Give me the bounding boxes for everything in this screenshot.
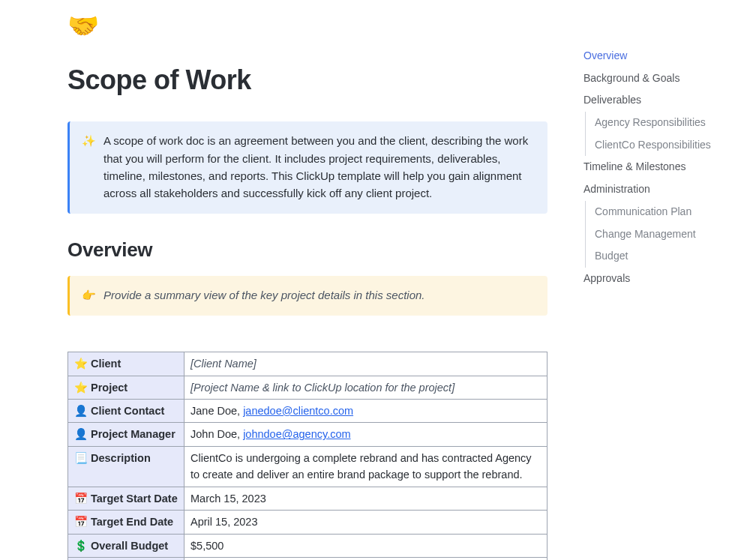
toc-item-deliverables[interactable]: Deliverables <box>584 89 741 112</box>
toc-subitem-agency-resp[interactable]: Agency Responsibilities <box>586 112 741 134</box>
description-value[interactable]: ClientCo is undergoing a complete rebran… <box>190 452 532 481</box>
row-label: Project <box>91 382 128 394</box>
table-row: ⭐Project [Project Name & link to ClickUp… <box>68 376 548 399</box>
page-icon-small: 📃 <box>74 452 88 464</box>
toc-item-overview[interactable]: Overview <box>584 45 741 67</box>
pm-email-link[interactable]: johndoe@agency.com <box>243 428 350 440</box>
toc-subitem-clientco-resp[interactable]: ClientCo Responsibilities <box>586 134 741 157</box>
toc-item-background[interactable]: Background & Goals <box>584 67 741 90</box>
star-icon: ⭐ <box>74 382 88 394</box>
overview-table: ⭐Client [Client Name] ⭐Project [Project … <box>68 352 548 560</box>
table-row: 💲Overall Budget $5,500 <box>68 534 548 557</box>
document-main: 🤝 Scope of Work ✨ A scope of work doc is… <box>68 6 548 560</box>
page-title: Scope of Work <box>68 59 548 101</box>
table-row: 👤Client Contact Jane Doe, janedoe@client… <box>68 399 548 422</box>
table-row: 👤Project Manager John Doe, johndoe@agenc… <box>68 423 548 446</box>
intro-callout-text: A scope of work doc is an agreement betw… <box>104 132 534 202</box>
table-row: 📅Target Start Date March 15, 2023 <box>68 487 548 510</box>
client-contact-name: Jane Doe, <box>190 405 243 417</box>
sparkle-icon: ✨ <box>82 132 96 202</box>
overview-helper-callout: 👉 Provide a summary view of the key proj… <box>68 276 548 316</box>
row-label: Target End Date <box>91 516 173 528</box>
calendar-icon: 📅 <box>74 493 88 505</box>
table-row: ⭐Client [Client Name] <box>68 352 548 376</box>
start-date-value[interactable]: March 15, 2023 <box>190 493 266 505</box>
client-value[interactable]: [Client Name] <box>190 358 256 370</box>
toc-item-administration[interactable]: Administration <box>584 178 741 201</box>
client-contact-email-link[interactable]: janedoe@clientco.com <box>243 405 353 417</box>
toc-subitem-change-mgmt[interactable]: Change Management <box>586 223 741 246</box>
toc-subitem-budget[interactable]: Budget <box>586 245 741 268</box>
table-of-contents: Overview Background & Goals Deliverables… <box>584 45 741 290</box>
end-date-value[interactable]: April 15, 2023 <box>190 516 257 528</box>
row-label: Overall Budget <box>91 540 168 552</box>
row-label: Description <box>91 452 151 464</box>
row-label: Client <box>91 358 121 370</box>
calendar-icon: 📅 <box>74 516 88 528</box>
toc-item-timeline[interactable]: Timeline & Milestones <box>584 156 741 178</box>
star-icon: ⭐ <box>74 358 88 370</box>
row-label: Project Manager <box>91 428 176 440</box>
row-label: Client Contact <box>91 405 164 417</box>
intro-callout: ✨ A scope of work doc is an agreement be… <box>68 121 548 214</box>
table-row: 📃Description ClientCo is undergoing a co… <box>68 446 548 487</box>
row-label: Target Start Date <box>91 493 178 505</box>
person-icon: 👤 <box>74 428 88 440</box>
toc-item-approvals[interactable]: Approvals <box>584 268 741 290</box>
overview-heading: Overview <box>68 235 548 265</box>
dollar-icon: 💲 <box>74 540 88 552</box>
overview-helper-text: Provide a summary view of the key projec… <box>104 286 534 304</box>
project-value[interactable]: [Project Name & link to ClickUp location… <box>190 382 454 394</box>
budget-value[interactable]: $5,500 <box>190 540 224 552</box>
toc-subitem-comm-plan[interactable]: Communication Plan <box>586 201 741 223</box>
pm-name: John Doe, <box>190 428 243 440</box>
pointing-hand-icon: 👉 <box>82 286 96 304</box>
page-icon[interactable]: 🤝 <box>68 6 548 46</box>
person-icon: 👤 <box>74 405 88 417</box>
table-row: 📅Target End Date April 15, 2023 <box>68 511 548 534</box>
